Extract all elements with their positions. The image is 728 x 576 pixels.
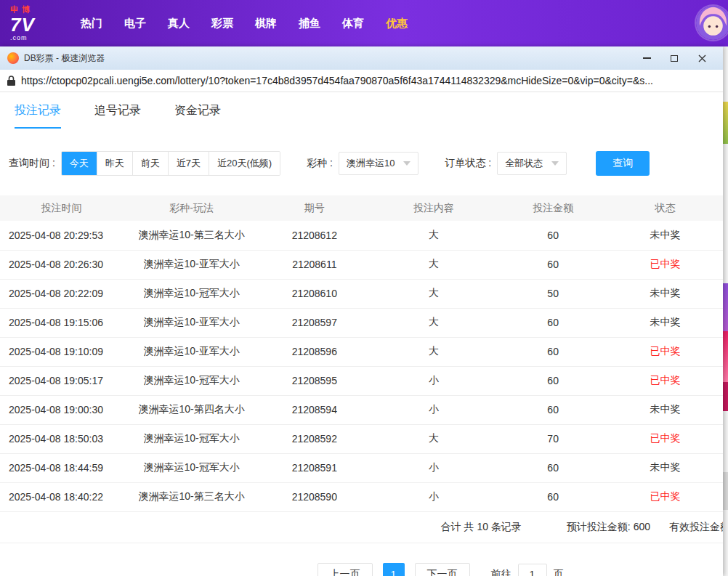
amount-cell: 60 [499, 221, 607, 250]
goto-page-input[interactable] [518, 564, 547, 576]
game-cell: 澳洲幸运10-冠军大小 [123, 424, 260, 453]
prev-page-button[interactable]: 上一页 [318, 563, 373, 576]
amount-cell: 70 [499, 424, 607, 453]
avatar-image [696, 6, 728, 40]
status-filter-label: 订单状态 : [445, 157, 491, 170]
issue-cell: 21208595 [260, 366, 368, 395]
current-page-button[interactable]: 1 [383, 563, 405, 576]
game-cell: 澳洲幸运10-冠军大小 [123, 366, 260, 395]
order-status-select[interactable]: 全部状态 [497, 152, 567, 175]
time-option-7days[interactable]: 近7天 [168, 152, 209, 175]
site-logo[interactable]: 申博 7V .com [10, 6, 61, 41]
nav-item-lottery[interactable]: 彩票 [211, 17, 233, 31]
bet-records-table: 投注时间 彩种-玩法 期号 投注内容 投注金额 状态 2025-04-08 20… [0, 195, 723, 512]
amount-cell: 60 [499, 453, 607, 482]
content-cell: 小 [368, 366, 498, 395]
status-cell: 未中奖 [607, 308, 723, 337]
table-row: 2025-04-08 19:10:09 澳洲幸运10-亚军大小 21208596… [0, 337, 723, 366]
lottery-filter-label: 彩种 : [307, 157, 333, 170]
status-cell: 已中奖 [607, 482, 723, 511]
lock-icon [7, 76, 15, 86]
logo-text-top: 申博 [10, 6, 61, 14]
game-cell: 澳洲幸运10-第三名大小 [123, 482, 260, 511]
amount-cell: 60 [499, 337, 607, 366]
filter-bar: 查询时间 : 今天 昨天 前天 近7天 近20天(低频) 彩种 : 澳洲幸运10… [0, 129, 723, 195]
minimize-button[interactable] [633, 49, 660, 68]
record-tabs: 投注记录 追号记录 资金记录 [0, 92, 723, 129]
content-cell: 小 [368, 482, 498, 511]
tab-fund-records[interactable]: 资金记录 [174, 103, 221, 129]
tab-bet-records[interactable]: 投注记录 [15, 103, 61, 129]
browser-app-icon [7, 52, 19, 64]
amount-cell: 60 [499, 308, 607, 337]
background-fragment [723, 472, 728, 510]
status-cell: 未中奖 [607, 221, 723, 250]
nav-item-sports[interactable]: 体育 [342, 17, 364, 31]
bet-time-cell: 2025-04-08 19:15:06 [0, 308, 123, 337]
bet-time-cell: 2025-04-08 20:29:53 [0, 221, 123, 250]
nav-item-live[interactable]: 真人 [168, 17, 190, 31]
nav-item-fishing[interactable]: 捕鱼 [299, 17, 320, 31]
issue-cell: 21208597 [260, 308, 368, 337]
time-filter-group: 今天 昨天 前天 近7天 近20天(低频) [61, 151, 280, 176]
time-option-today[interactable]: 今天 [62, 152, 97, 175]
time-option-20days[interactable]: 近20天(低频) [209, 152, 280, 175]
browser-window: DB彩票 - 极速浏览器 https://ctopcp02pcali.uengi… [0, 46, 723, 576]
game-cell: 澳洲幸运10-第四名大小 [123, 395, 260, 424]
background-fragment [723, 102, 728, 144]
game-cell: 澳洲幸运10-冠军大小 [123, 453, 260, 482]
table-row: 2025-04-08 19:05:17 澳洲幸运10-冠军大小 21208595… [0, 366, 723, 395]
bet-time-cell: 2025-04-08 19:10:09 [0, 337, 123, 366]
amount-cell: 60 [499, 250, 607, 279]
bet-time-cell: 2025-04-08 18:44:59 [0, 453, 123, 482]
game-cell: 澳洲幸运10-冠军大小 [123, 279, 260, 308]
nav-item-hot[interactable]: 热门 [81, 17, 102, 31]
user-avatar[interactable] [696, 6, 728, 40]
maximize-icon [671, 55, 678, 62]
lottery-select[interactable]: 澳洲幸运10 [339, 152, 418, 175]
tab-chase-records[interactable]: 追号记录 [94, 103, 141, 129]
status-cell: 未中奖 [607, 279, 723, 308]
issue-cell: 21208590 [260, 482, 368, 511]
content-cell: 大 [368, 221, 498, 250]
url-input[interactable]: https://ctopcp02pcali.uengi5e.com/lotter… [21, 75, 653, 86]
game-cell: 澳洲幸运10-亚军大小 [123, 308, 260, 337]
time-option-daybefore[interactable]: 前天 [132, 152, 168, 175]
time-option-yesterday[interactable]: 昨天 [97, 152, 132, 175]
nav-item-slots[interactable]: 电子 [124, 17, 146, 31]
bet-time-cell: 2025-04-08 19:00:30 [0, 395, 123, 424]
issue-cell: 21208592 [260, 424, 368, 453]
chevron-down-icon [403, 161, 410, 166]
summary-bar: 合计 共 10 条记录 预计投注金额: 600 有效投注金额 [0, 512, 723, 543]
status-select-value: 全部状态 [505, 157, 543, 170]
next-page-button[interactable]: 下一页 [415, 563, 470, 576]
site-topbar: 申博 7V .com 热门 电子 真人 彩票 棋牌 捕鱼 体育 优惠 [0, 0, 728, 46]
close-button[interactable] [688, 49, 716, 68]
table-row: 2025-04-08 19:15:06 澳洲幸运10-亚军大小 21208597… [0, 308, 723, 337]
bet-time-cell: 2025-04-08 18:50:03 [0, 424, 123, 453]
amount-cell: 50 [499, 279, 607, 308]
nav-item-cards[interactable]: 棋牌 [255, 17, 277, 31]
header-amount: 投注金额 [499, 195, 607, 221]
window-titlebar[interactable]: DB彩票 - 极速浏览器 [0, 46, 723, 70]
amount-cell: 60 [499, 395, 607, 424]
issue-cell: 21208596 [260, 337, 368, 366]
content-cell: 大 [368, 250, 498, 279]
maximize-button[interactable] [660, 49, 688, 68]
expected-amount-summary: 预计投注金额: 600 [567, 521, 650, 534]
minimize-icon [643, 57, 651, 59]
content-cell: 小 [368, 453, 498, 482]
lottery-select-value: 澳洲幸运10 [347, 157, 395, 170]
bet-time-cell: 2025-04-08 19:05:17 [0, 366, 123, 395]
status-cell: 未中奖 [607, 453, 723, 482]
search-button[interactable]: 查询 [596, 151, 650, 176]
goto-unit-label: 页 [554, 568, 564, 576]
logo-text-suffix: .com [10, 35, 61, 41]
table-row: 2025-04-08 18:50:03 澳洲幸运10-冠军大小 21208592… [0, 424, 723, 453]
status-cell: 已中奖 [607, 366, 723, 395]
address-bar: https://ctopcp02pcali.uengi5e.com/lotter… [0, 70, 723, 92]
nav-item-promo[interactable]: 优惠 [386, 17, 408, 31]
table-row: 2025-04-08 18:44:59 澳洲幸运10-冠军大小 21208591… [0, 453, 723, 482]
content-cell: 大 [368, 308, 498, 337]
goto-page-group: 前往 页 [491, 564, 564, 576]
